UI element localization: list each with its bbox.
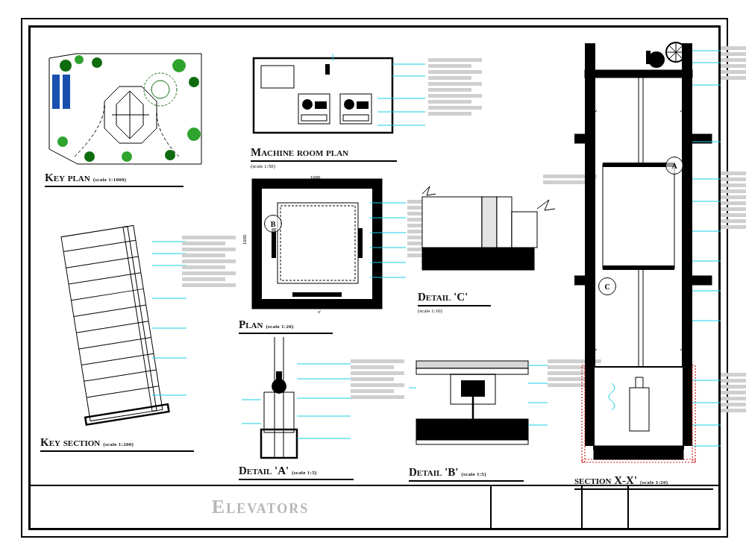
svg-rect-132 (603, 265, 674, 270)
section-notes-mid (721, 172, 746, 229)
svg-point-9 (84, 151, 95, 162)
detail-a-notes (351, 359, 404, 399)
svg-rect-64 (292, 292, 342, 297)
svg-text:1900: 1900 (242, 234, 247, 245)
detail-a-title: Detail 'A' (239, 465, 289, 477)
callout-c: C (598, 277, 616, 295)
svg-point-2 (75, 55, 84, 64)
svg-line-27 (79, 338, 151, 349)
svg-rect-80 (482, 197, 497, 248)
svg-rect-89 (276, 371, 282, 383)
svg-point-10 (57, 136, 68, 147)
detail-b-scale: (scale 1:5) (461, 471, 486, 477)
svg-rect-45 (301, 115, 327, 121)
svg-point-1 (60, 60, 72, 72)
sheet-title: Elevators (31, 486, 490, 528)
key-section-scale: (scale 1:200) (103, 441, 134, 447)
plan-scale: (scale 1:20) (266, 324, 293, 330)
key-section-title: Key section (40, 436, 100, 449)
svg-rect-129 (689, 276, 712, 285)
svg-point-47 (344, 99, 354, 110)
svg-rect-117 (582, 459, 695, 462)
detail-a-drawing (239, 334, 366, 461)
svg-line-24 (71, 289, 143, 300)
svg-rect-79 (422, 197, 482, 248)
svg-rect-130 (603, 164, 674, 268)
machine-room-drawing (251, 54, 430, 142)
callout-a: A (665, 157, 683, 174)
view-detail-c: Detail 'C' (scale 1:10) (418, 182, 567, 314)
svg-point-5 (189, 77, 199, 87)
titleblock-slot-2 (581, 486, 627, 528)
svg-rect-102 (416, 419, 528, 440)
svg-line-22 (66, 257, 139, 268)
callout-b: B (264, 215, 282, 233)
svg-rect-49 (343, 115, 369, 121)
svg-line-21 (63, 240, 136, 251)
svg-rect-59 (264, 191, 370, 297)
svg-rect-110 (683, 43, 691, 446)
svg-text:x': x' (318, 309, 321, 314)
svg-point-12 (151, 81, 169, 98)
svg-rect-62 (272, 228, 276, 258)
key-plan-scale: (scale 1:1000) (93, 177, 127, 183)
view-machine-room: Machine room plan (scale 1:50) (251, 54, 474, 169)
detail-c-drawing (418, 182, 560, 286)
view-key-section: Key section (scale 1:200) (40, 224, 212, 452)
view-detail-b: Detail 'B' (scale 1:5) (409, 350, 573, 482)
svg-point-6 (187, 128, 201, 141)
svg-rect-82 (512, 212, 537, 248)
svg-rect-63 (358, 228, 363, 258)
key-section-drawing (40, 224, 197, 432)
svg-rect-118 (585, 70, 692, 78)
svg-point-43 (302, 99, 313, 110)
svg-line-26 (76, 321, 148, 333)
svg-rect-40 (261, 66, 294, 88)
svg-line-28 (81, 353, 154, 365)
svg-rect-109 (586, 43, 594, 446)
svg-rect-115 (582, 365, 585, 462)
svg-rect-81 (497, 197, 512, 248)
svg-point-4 (172, 59, 186, 72)
svg-rect-87 (261, 430, 297, 458)
drawing-sheet: Key plan (scale 1:1000) (0, 0, 746, 560)
svg-point-8 (122, 151, 132, 162)
machine-room-title: Machine room plan (251, 146, 348, 159)
detail-a-scale: (scale 1:5) (292, 470, 316, 476)
svg-rect-44 (315, 101, 327, 109)
key-section-notes (182, 236, 236, 287)
svg-rect-103 (416, 440, 528, 444)
detail-c-scale: (scale 1:10) (418, 308, 567, 314)
plan-drawing: x x' 1900 1900 1950 (239, 173, 410, 315)
titleblock-slot-1 (490, 486, 581, 528)
section-notes-bot (721, 373, 746, 412)
svg-line-23 (69, 273, 141, 284)
svg-text:1950: 1950 (310, 184, 321, 189)
title-block: Elevators (31, 485, 718, 528)
svg-text:1900: 1900 (310, 175, 321, 180)
svg-rect-120 (646, 51, 651, 64)
svg-rect-98 (416, 368, 528, 374)
svg-rect-13 (52, 75, 60, 109)
svg-rect-100 (461, 380, 485, 397)
detail-b-drawing (409, 350, 551, 462)
svg-rect-78 (422, 248, 534, 261)
svg-rect-126 (574, 134, 588, 143)
svg-point-11 (144, 73, 177, 106)
svg-rect-111 (585, 43, 586, 446)
svg-rect-41 (325, 64, 330, 75)
svg-rect-128 (574, 276, 588, 285)
svg-rect-138 (594, 446, 683, 459)
view-section-xx: A C section X-X' (scale 1:20) (574, 37, 731, 490)
svg-rect-48 (357, 101, 369, 109)
detail-b-title: Detail 'B' (409, 466, 458, 479)
svg-point-3 (92, 57, 102, 68)
plan-title: Plan (239, 318, 263, 331)
svg-rect-86 (264, 392, 294, 432)
machine-room-notes (428, 58, 482, 116)
svg-rect-14 (63, 75, 70, 109)
svg-line-25 (74, 305, 146, 316)
section-xx-drawing (574, 37, 724, 470)
detail-c-title: Detail 'C' (418, 291, 468, 303)
machine-room-scale: (scale 1:50) (251, 163, 474, 169)
